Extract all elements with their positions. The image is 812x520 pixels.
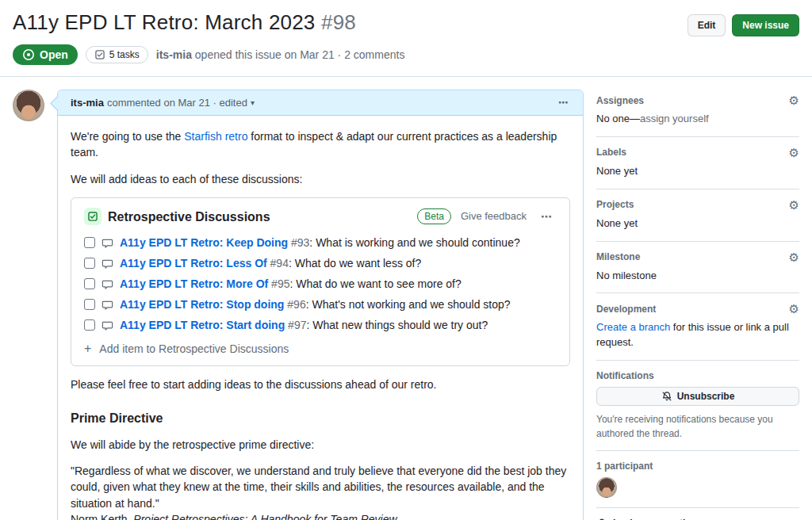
task-number[interactable]: #96 (287, 298, 305, 311)
tasklist-title: Retrospective Discussions (108, 208, 411, 226)
task-checkbox[interactable] (84, 258, 95, 269)
opened-meta-text: opened this issue on Mar 21 · 2 comments (195, 48, 405, 61)
participant-avatar[interactable] (596, 477, 617, 498)
tasklist-icon (94, 49, 105, 60)
task-number[interactable]: #95 (271, 277, 289, 290)
notifications-label: Notifications (596, 370, 654, 381)
discussion-icon (102, 299, 113, 311)
paragraph-abide: We will abide by the retrospective prime… (71, 437, 570, 453)
task-link[interactable]: A11y EPD LT Retro: Stop doing (120, 298, 284, 311)
issue-comment: its-mia commented on Mar 21 · edited ▾ ⋯… (57, 90, 584, 520)
sidebar-section-assignees: Assignees⚙ No one—assign yourself (596, 94, 799, 137)
task-item: A11y EPD LT Retro: Keep Doing #93: What … (84, 232, 557, 253)
milestone-label[interactable]: Milestone (596, 251, 640, 262)
edit-button[interactable]: Edit (688, 14, 726, 36)
comment-header: its-mia commented on Mar 21 · edited ▾ ⋯ (58, 90, 583, 116)
timeline: its-mia commented on Mar 21 · edited ▾ ⋯… (13, 90, 584, 520)
task-text: A11y EPD LT Retro: Stop doing #96: What'… (120, 297, 511, 312)
edited-caret-icon[interactable]: ▾ (251, 98, 255, 107)
development-value: Create a branch for this issue or link a… (596, 320, 799, 350)
opened-author[interactable]: its-mia (156, 48, 192, 61)
labels-label[interactable]: Labels (596, 147, 626, 158)
notifications-caption: You're receiving notifications because y… (596, 412, 799, 441)
issue-number: #98 (321, 10, 356, 34)
tasklist-kebab-icon[interactable]: ⋯ (538, 208, 557, 224)
task-link[interactable]: A11y EPD LT Retro: Start doing (120, 319, 285, 331)
labels-value: None yet (596, 164, 799, 179)
sidebar-section-notifications: Notifications Unsubscribe You're receivi… (596, 370, 799, 451)
issue-open-icon (22, 48, 35, 61)
avatar[interactable] (13, 90, 44, 121)
quote-text: "Regardless of what we discover, we unde… (71, 465, 566, 510)
create-branch-link[interactable]: Create a branch (596, 321, 670, 333)
tasklist-block-icon (84, 208, 102, 225)
assign-yourself-link[interactable]: assign yourself (640, 113, 709, 124)
task-checkbox[interactable] (84, 299, 95, 310)
opened-meta: its-mia opened this issue on Mar 21 · 2 … (156, 48, 405, 61)
task-checkbox[interactable] (84, 237, 95, 248)
task-checkbox[interactable] (84, 319, 95, 331)
assignees-none-text: No one— (596, 113, 640, 124)
discussion-icon (102, 258, 113, 270)
gear-icon[interactable]: ⚙ (789, 251, 799, 263)
give-feedback-link[interactable]: Give feedback (461, 209, 527, 224)
paragraph-intro: We're going to use the Starfish retro fo… (71, 128, 570, 161)
comment-author[interactable]: its-mia (71, 97, 104, 109)
issue-state-label: Open (40, 48, 68, 61)
task-item: A11y EPD LT Retro: More Of #95: What do … (84, 273, 557, 294)
assignees-label[interactable]: Assignees (596, 95, 644, 106)
task-text: A11y EPD LT Retro: Start doing #97: What… (120, 318, 488, 332)
tasks-pill[interactable]: 5 tasks (86, 46, 148, 63)
paragraph-ideas: We will add ideas to each of these discu… (71, 171, 570, 187)
development-label[interactable]: Development (596, 304, 656, 315)
assignees-value: No one—assign yourself (596, 112, 799, 127)
tasklist-block: Retrospective Discussions Beta Give feed… (71, 197, 570, 366)
issue-header: A11y EPD LT Retro: March 2023 #98 Edit N… (0, 0, 812, 77)
task-number[interactable]: #93 (291, 236, 309, 249)
task-text: A11y EPD LT Retro: Less Of #94: What do … (120, 256, 421, 270)
unsubscribe-button[interactable]: Unsubscribe (596, 387, 799, 406)
beta-badge: Beta (417, 208, 451, 224)
task-number[interactable]: #94 (270, 257, 289, 270)
attribution-title: Project Retrospectives: A Handbook for T… (133, 513, 396, 520)
paragraph-quote: "Regardless of what we discover, we unde… (71, 463, 570, 520)
page-title: A11y EPD LT Retro: March 2023 #98 (13, 10, 356, 36)
bell-slash-icon (661, 391, 672, 402)
projects-label[interactable]: Projects (596, 199, 634, 210)
prime-directive-heading: Prime Directive (71, 409, 570, 427)
task-text: A11y EPD LT Retro: Keep Doing #93: What … (120, 235, 520, 250)
new-issue-button[interactable]: New issue (732, 14, 799, 36)
comment-body: We're going to use the Starfish retro fo… (58, 116, 583, 520)
task-link[interactable]: A11y EPD LT Retro: More Of (120, 277, 268, 290)
paragraph-please: Please feel free to start adding ideas t… (71, 377, 570, 392)
task-item: A11y EPD LT Retro: Stop doing #96: What'… (84, 294, 557, 315)
sidebar-section-participants: 1 participant (596, 461, 799, 508)
sidebar-section-labels: Labels⚙ None yet (596, 147, 799, 189)
discussion-icon (102, 237, 113, 249)
task-desc: : What is working and we should continue… (309, 236, 519, 249)
add-item-label: Add item to Retrospective Discussions (99, 341, 289, 357)
sidebar-section-milestone: Milestone⚙ No milestone (596, 251, 799, 294)
gear-icon[interactable]: ⚙ (789, 303, 799, 315)
comment-kebab-icon[interactable]: ⋯ (558, 97, 570, 109)
gear-icon[interactable]: ⚙ (789, 199, 799, 211)
starfish-retro-link[interactable]: Starfish retro (184, 130, 247, 143)
discussion-icon (102, 278, 113, 290)
issue-sidebar: Assignees⚙ No one—assign yourself Labels… (596, 90, 799, 520)
issue-state-badge: Open (13, 44, 78, 65)
task-link[interactable]: A11y EPD LT Retro: Keep Doing (120, 236, 288, 249)
projects-value: None yet (596, 216, 799, 231)
gear-icon[interactable]: ⚙ (789, 94, 799, 106)
task-number[interactable]: #97 (288, 319, 306, 331)
task-desc: : What do we want less of? (289, 257, 421, 270)
task-desc: : What new things should we try out? (306, 319, 488, 331)
task-link[interactable]: A11y EPD LT Retro: Less Of (120, 257, 267, 270)
task-item: A11y EPD LT Retro: Less Of #94: What do … (84, 253, 557, 273)
task-text: A11y EPD LT Retro: More Of #95: What do … (120, 277, 462, 291)
issue-title-text: A11y EPD LT Retro: March 2023 (13, 10, 316, 34)
add-item-button[interactable]: + Add item to Retrospective Discussions (84, 335, 557, 361)
plus-icon: + (84, 343, 91, 354)
task-checkbox[interactable] (84, 278, 95, 289)
milestone-value: No milestone (596, 269, 799, 284)
gear-icon[interactable]: ⚙ (789, 147, 799, 159)
